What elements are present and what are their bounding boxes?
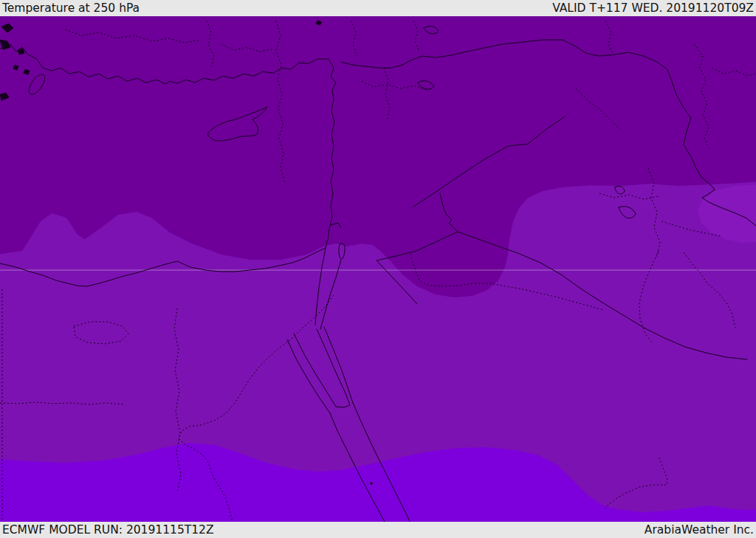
header-bar: Temperature at 250 hPa VALID T+117 WED. …	[0, 0, 756, 16]
island-shape	[18, 49, 24, 55]
island-shape	[13, 65, 18, 70]
weather-map-screenshot: Temperature at 250 hPa VALID T+117 WED. …	[0, 0, 756, 538]
map-canvas	[0, 16, 756, 522]
map-title: Temperature at 250 hPa	[2, 1, 140, 15]
temperature-map-svg	[0, 16, 756, 522]
red-sea-island-dot	[371, 483, 373, 485]
brand-credit: ArabiaWeather Inc.	[645, 523, 754, 537]
footer-bar: ECMWF MODEL RUN: 20191115T12Z ArabiaWeat…	[0, 522, 756, 538]
valid-time-label: VALID T+117 WED. 20191120T09Z	[552, 1, 754, 15]
model-run-label: ECMWF MODEL RUN: 20191115T12Z	[2, 523, 214, 537]
